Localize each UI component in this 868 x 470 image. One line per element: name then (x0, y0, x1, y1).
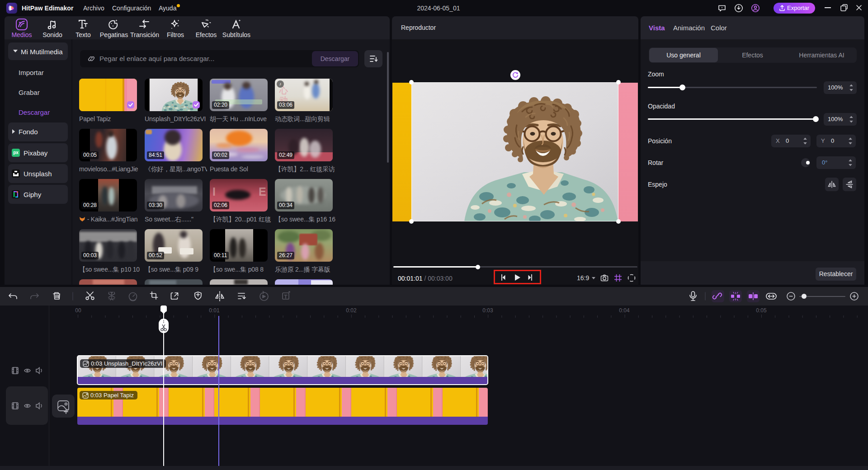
svg-text:0:01: 0:01 (209, 307, 220, 314)
svg-text:0:04: 0:04 (619, 307, 630, 314)
svg-text:0:05: 0:05 (756, 307, 767, 314)
svg-text:0:02: 0:02 (346, 307, 357, 314)
svg-text:00: 00 (75, 307, 81, 314)
svg-text:0:03: 0:03 (482, 307, 493, 314)
